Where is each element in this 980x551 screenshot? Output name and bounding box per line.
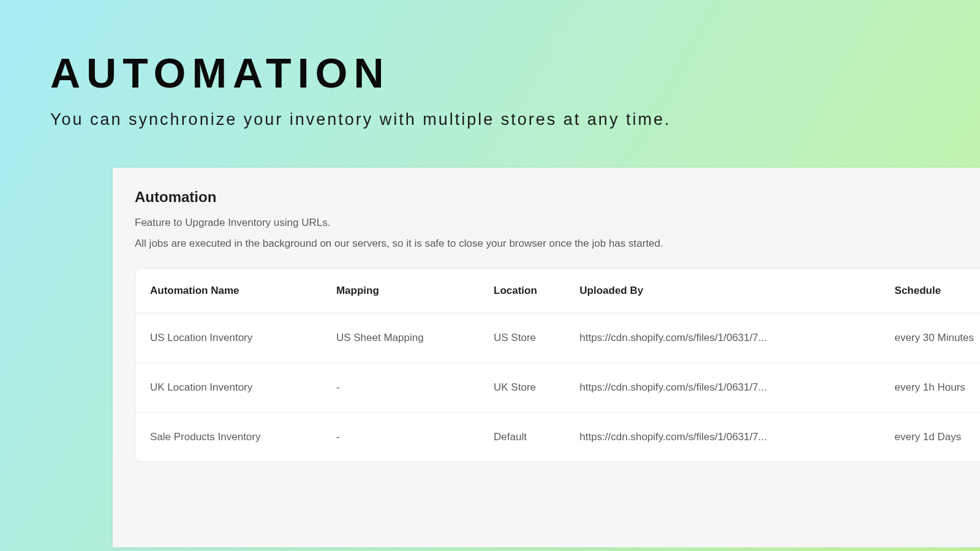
hero-section: AUTOMATION You can synchronize your inve… xyxy=(0,0,980,129)
header-schedule: Schedule xyxy=(880,269,980,313)
automation-table: Automation Name Mapping Location Uploade… xyxy=(135,268,980,462)
hero-title: AUTOMATION xyxy=(50,49,980,97)
cell-uploaded-by: https://cdn.shopify.com/s/files/1/0631/7… xyxy=(565,313,880,363)
cell-schedule: every 1d Days xyxy=(880,413,980,462)
header-uploaded-by: Uploaded By xyxy=(565,269,880,313)
cell-mapping: - xyxy=(322,413,479,462)
header-mapping: Mapping xyxy=(322,269,479,313)
table-row[interactable]: UK Location Inventory - UK Store https:/… xyxy=(135,363,980,413)
cell-mapping: - xyxy=(322,363,479,413)
cell-location: US Store xyxy=(479,313,565,363)
cell-automation-name: UK Location Inventory xyxy=(135,363,322,413)
table-row[interactable]: US Location Inventory US Sheet Mapping U… xyxy=(135,313,980,363)
cell-automation-name: US Location Inventory xyxy=(135,313,322,363)
header-automation-name: Automation Name xyxy=(135,269,322,313)
table-row[interactable]: Sale Products Inventory - Default https:… xyxy=(135,413,980,462)
cell-location: UK Store xyxy=(479,363,565,413)
cell-uploaded-by: https://cdn.shopify.com/s/files/1/0631/7… xyxy=(565,363,880,413)
cell-schedule: every 1h Hours xyxy=(880,363,980,413)
cell-location: Default xyxy=(479,413,565,462)
header-location: Location xyxy=(479,269,565,313)
panel-description: Feature to Upgrade Inventory using URLs. xyxy=(135,217,980,229)
cell-uploaded-by: https://cdn.shopify.com/s/files/1/0631/7… xyxy=(565,413,880,462)
panel-note: All jobs are executed in the background … xyxy=(135,238,980,250)
automation-panel: Automation Feature to Upgrade Inventory … xyxy=(113,168,980,547)
cell-schedule: every 30 Minutes xyxy=(880,313,980,363)
panel-title: Automation xyxy=(135,189,980,206)
cell-automation-name: Sale Products Inventory xyxy=(135,413,322,462)
hero-subtitle: You can synchronize your inventory with … xyxy=(50,110,980,129)
table-header-row: Automation Name Mapping Location Uploade… xyxy=(135,269,980,313)
cell-mapping: US Sheet Mapping xyxy=(322,313,479,363)
